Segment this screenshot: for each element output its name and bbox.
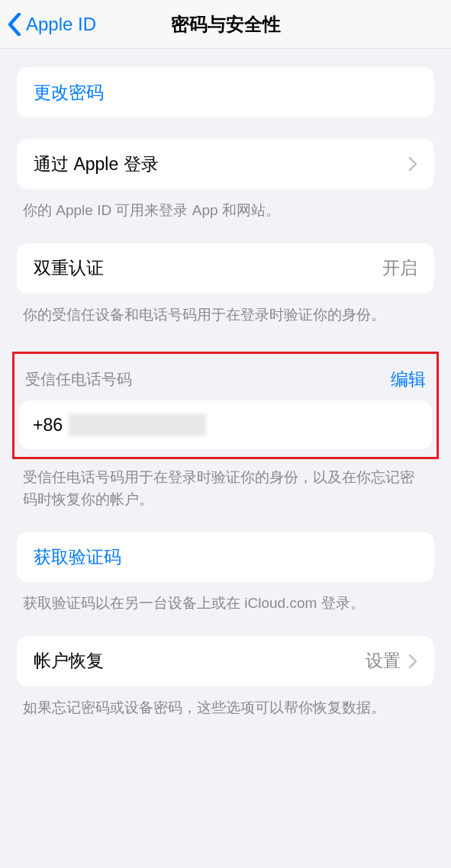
get-verification-code-label: 获取验证码: [34, 545, 121, 569]
account-recovery-footer: 如果忘记密码或设备密码，这些选项可以帮你恢复数据。: [0, 686, 451, 719]
chevron-right-icon: [408, 156, 417, 172]
nav-header: Apple ID 密码与安全性: [0, 0, 451, 49]
chevron-right-icon: [408, 654, 417, 669]
sign-in-with-apple-footer: 你的 Apple ID 可用来登录 App 和网站。: [0, 189, 451, 222]
trusted-phone-highlight: 受信任电话号码 编辑 +86: [12, 352, 439, 459]
get-verification-code-footer: 获取验证码以在另一台设备上或在 iCloud.com 登录。: [0, 582, 451, 615]
two-factor-row[interactable]: 双重认证 开启: [17, 243, 434, 294]
back-label: Apple ID: [26, 14, 96, 35]
trusted-phone-header: 受信任电话号码: [25, 369, 132, 390]
account-recovery-label: 帐户恢复: [34, 649, 104, 673]
trusted-phone-row[interactable]: +86: [19, 400, 432, 449]
trusted-phone-footer: 受信任电话号码用于在登录时验证你的身份，以及在你忘记密码时恢复你的帐户。: [0, 459, 451, 510]
get-verification-code-row[interactable]: 获取验证码: [17, 532, 434, 582]
chevron-left-icon: [8, 13, 21, 36]
account-recovery-row[interactable]: 帐户恢复 设置: [17, 636, 434, 686]
trusted-phone-prefix: +86: [33, 415, 63, 436]
two-factor-label: 双重认证: [34, 256, 104, 280]
sign-in-with-apple-row[interactable]: 通过 Apple 登录: [17, 139, 434, 189]
trusted-phone-redacted: [69, 413, 206, 436]
back-button[interactable]: Apple ID: [0, 13, 96, 36]
edit-button[interactable]: 编辑: [391, 368, 426, 391]
two-factor-status: 开启: [382, 256, 417, 280]
sign-in-with-apple-label: 通过 Apple 登录: [34, 153, 159, 176]
two-factor-footer: 你的受信任设备和电话号码用于在登录时验证你的身份。: [0, 294, 451, 326]
change-password-label: 更改密码: [34, 81, 104, 104]
account-recovery-status: 设置: [366, 649, 401, 673]
change-password-row[interactable]: 更改密码: [17, 67, 434, 117]
